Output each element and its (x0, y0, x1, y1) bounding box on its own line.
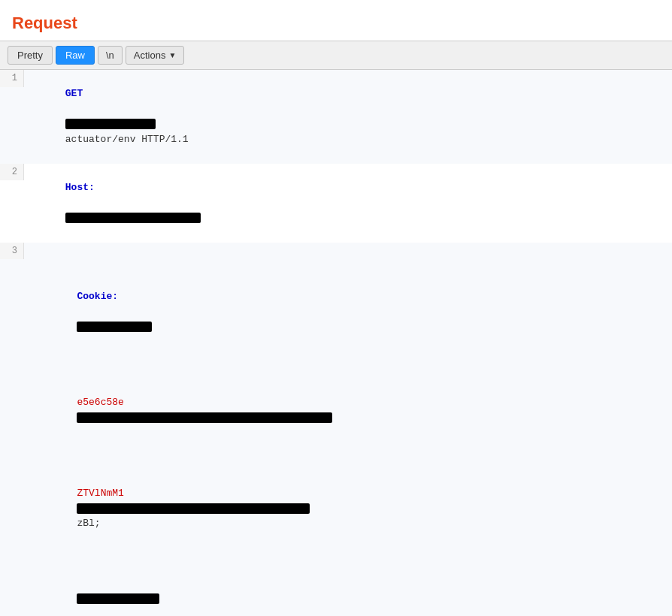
redacted-host (65, 119, 156, 129)
page-title: Request (0, 0, 672, 41)
http-method: GET (65, 88, 83, 99)
code-line: 1 GET actuator/env HTTP/1.1 (0, 70, 672, 164)
chevron-down-icon: ▼ (168, 51, 176, 59)
code-line: 2 Host: (0, 164, 672, 243)
redacted-cookie4 (77, 593, 159, 604)
code-line: 3 Cookie: e5e6c58e ZTVlNmM1 zBl; USER_Co… (0, 243, 672, 616)
toolbar: Pretty Raw \n Actions ▼ (0, 41, 672, 70)
line-content: GET actuator/env HTTP/1.1 (24, 70, 672, 164)
host-key: Host: (65, 182, 95, 193)
cookie-red1: e5e6c58e (77, 397, 123, 408)
actions-label: Actions (134, 50, 166, 61)
line-content: Cookie: e5e6c58e ZTVlNmM1 zBl; USER_Cook… (24, 243, 672, 616)
actions-button[interactable]: Actions ▼ (126, 46, 185, 65)
tab-raw[interactable]: Raw (56, 46, 95, 65)
line-number: 2 (0, 164, 24, 181)
cookie-key: Cookie: (77, 291, 118, 302)
line-number: 3 (0, 243, 24, 260)
tab-newline[interactable]: \n (98, 46, 123, 65)
request-body: 1 GET actuator/env HTTP/1.1 2 Host: 3 Co… (0, 70, 672, 616)
redacted-host-val (65, 213, 201, 223)
cookie-end: zBl; (77, 518, 100, 529)
http-path: actuator/env HTTP/1.1 (65, 134, 189, 145)
tab-pretty[interactable]: Pretty (8, 46, 53, 65)
line-number: 1 (0, 70, 24, 87)
cookie-red2: ZTVlNmM1 (77, 488, 123, 499)
redacted-cookie1 (77, 322, 152, 332)
redacted-cookie3 (77, 503, 310, 514)
redacted-cookie2 (77, 412, 332, 423)
line-content: Host: (24, 164, 672, 243)
